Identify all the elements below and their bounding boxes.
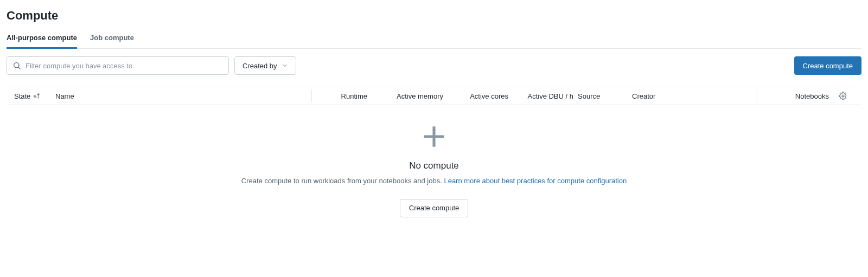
empty-state-description-text: Create compute to run workloads from you… [241, 177, 444, 185]
search-input-wrapper[interactable] [7, 56, 229, 75]
table-settings-button[interactable] [839, 92, 854, 100]
create-compute-button[interactable]: Create compute [794, 56, 862, 75]
svg-point-0 [14, 63, 19, 68]
tab-all-purpose-compute[interactable]: All-purpose compute [7, 34, 77, 49]
column-header-state-label: State [14, 92, 30, 100]
column-header-creator[interactable]: Creator [632, 92, 751, 100]
search-input[interactable] [25, 62, 223, 70]
plus-icon [419, 121, 449, 152]
created-by-filter-label: Created by [242, 62, 277, 70]
empty-state-title: No compute [7, 160, 861, 171]
page-title: Compute [7, 9, 861, 23]
empty-create-compute-button[interactable]: Create compute [400, 199, 469, 217]
empty-state-description: Create compute to run workloads from you… [7, 176, 861, 187]
tab-job-compute[interactable]: Job compute [90, 34, 134, 49]
table-header: State Name Runtime Active memory Active … [7, 87, 861, 105]
column-divider [757, 89, 757, 102]
learn-more-link[interactable]: Learn more about best practices for comp… [444, 177, 627, 185]
column-header-runtime[interactable]: Runtime [317, 92, 377, 100]
search-icon [12, 61, 21, 70]
column-divider [311, 89, 312, 102]
column-header-active-dbu[interactable]: Active DBU / h [518, 92, 578, 100]
empty-state: No compute Create compute to run workloa… [7, 105, 861, 239]
chevron-down-icon [282, 62, 288, 69]
column-header-state[interactable]: State [14, 92, 55, 100]
toolbar: Created by Create compute [7, 56, 861, 75]
column-header-active-memory[interactable]: Active memory [377, 92, 453, 100]
gear-icon [839, 92, 854, 100]
column-header-name[interactable]: Name [55, 92, 306, 100]
sort-icon [33, 92, 40, 100]
tabs: All-purpose compute Job compute [7, 34, 861, 49]
svg-point-6 [842, 95, 844, 97]
created-by-filter[interactable]: Created by [234, 56, 296, 75]
column-header-source[interactable]: Source [578, 92, 632, 100]
column-header-active-cores[interactable]: Active cores [453, 92, 518, 100]
column-header-notebooks[interactable]: Notebooks [763, 92, 839, 100]
svg-line-1 [18, 67, 20, 69]
